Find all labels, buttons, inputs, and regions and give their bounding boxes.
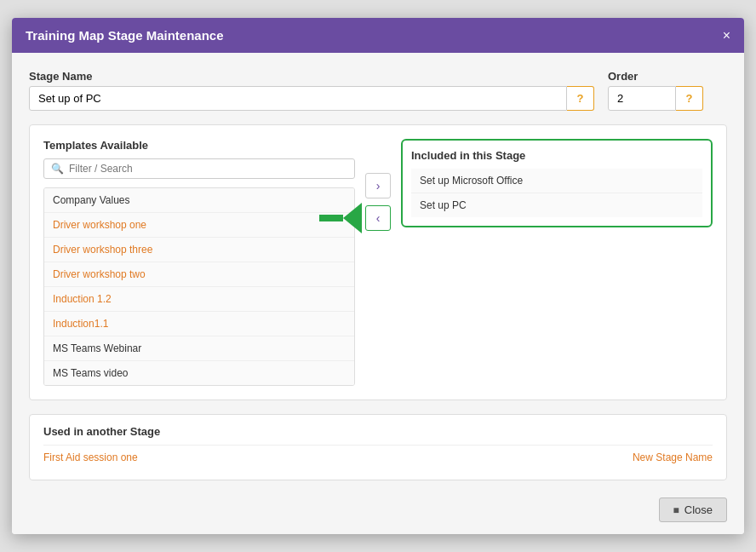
list-item[interactable]: MS Teams video: [44, 361, 354, 385]
list-item[interactable]: Set up PC: [411, 193, 702, 217]
list-item[interactable]: Driver workshop one: [44, 213, 354, 238]
order-group: Order ?: [608, 70, 727, 111]
stage-name-group: Stage Name ?: [29, 70, 594, 111]
search-row: 🔍: [43, 158, 355, 179]
templates-panel: Templates Available 🔍 Company Values Dri…: [43, 139, 355, 386]
list-item[interactable]: Driver workshop three: [44, 238, 354, 262]
included-panel-title: Included in this Stage: [411, 149, 702, 162]
panel-arrows: › ‹: [355, 173, 401, 231]
used-in-item-name: First Aid session one: [43, 451, 138, 463]
used-in-section: Used in another Stage First Aid session …: [29, 414, 727, 480]
included-box: Included in this Stage Set up Microsoft …: [401, 139, 713, 227]
stage-name-label: Stage Name: [29, 70, 594, 83]
stage-name-input[interactable]: [29, 86, 567, 111]
used-in-item-stage: New Stage Name: [633, 451, 713, 463]
footer-row: ■ Close: [29, 491, 727, 526]
included-list: Set up Microsoft Office Set up PC: [411, 169, 702, 217]
used-in-row: First Aid session one New Stage Name: [43, 445, 713, 469]
modal-close-button[interactable]: ×: [723, 29, 730, 43]
order-help-button[interactable]: ?: [676, 86, 703, 111]
used-in-title: Used in another Stage: [43, 425, 713, 438]
templates-panel-title: Templates Available: [43, 139, 355, 152]
move-right-button[interactable]: ›: [365, 173, 391, 198]
two-panel-area: Templates Available 🔍 Company Values Dri…: [29, 124, 727, 400]
modal-body: Stage Name ? Order ? Templates Available: [12, 53, 744, 534]
list-item[interactable]: Induction1.1: [44, 312, 354, 336]
list-item[interactable]: Induction 1.2: [44, 287, 354, 312]
included-panel: Included in this Stage Set up Microsoft …: [401, 139, 713, 227]
move-left-button[interactable]: ‹: [365, 205, 391, 231]
close-button[interactable]: ■ Close: [659, 497, 728, 522]
template-search-input[interactable]: [69, 163, 347, 175]
templates-list: Company Values Driver workshop one Drive…: [43, 187, 355, 386]
stage-name-help-button[interactable]: ?: [567, 86, 594, 111]
order-input-group: ?: [608, 86, 727, 111]
modal-container: Training Map Stage Maintenance × Stage N…: [12, 18, 744, 534]
list-item[interactable]: Driver workshop two: [44, 262, 354, 287]
order-label: Order: [608, 70, 727, 83]
order-input[interactable]: [608, 86, 676, 111]
close-button-label: Close: [684, 503, 713, 516]
arrow-indicator: [319, 203, 362, 233]
list-item[interactable]: MS Teams Webinar: [44, 336, 354, 361]
form-row: Stage Name ? Order ?: [29, 70, 727, 111]
modal-header: Training Map Stage Maintenance ×: [12, 18, 744, 53]
list-item[interactable]: Set up Microsoft Office: [411, 169, 702, 193]
modal-title: Training Map Stage Maintenance: [26, 28, 224, 43]
list-item[interactable]: Company Values: [44, 188, 354, 213]
stage-name-input-group: ?: [29, 86, 594, 111]
search-icon: 🔍: [51, 163, 64, 175]
close-button-icon: ■: [673, 504, 679, 516]
